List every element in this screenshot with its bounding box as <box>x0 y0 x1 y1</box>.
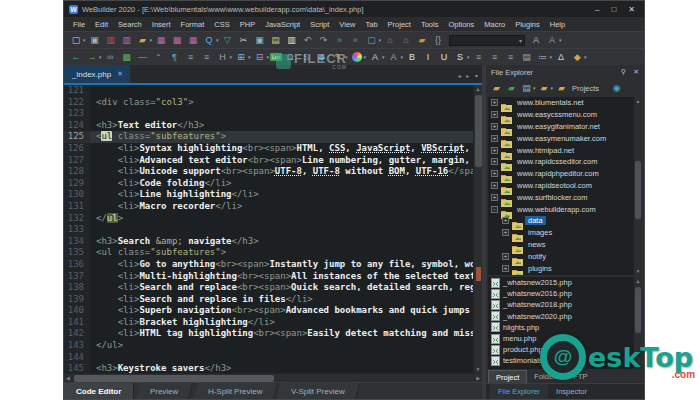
expand-icon[interactable]: + <box>491 111 498 118</box>
scroll-down-icon[interactable]: ▼ <box>474 365 482 373</box>
save-all-icon[interactable]: ▩ <box>170 34 184 47</box>
tree-item[interactable]: +www.easymenumaker.com <box>488 132 642 144</box>
brush-icon[interactable]: ✎ <box>331 51 345 64</box>
snippet-icon[interactable]: ▥ <box>285 34 299 47</box>
open-template-icon[interactable]: ▥ <box>120 34 134 47</box>
file-item[interactable]: _whatsnew2016.php <box>488 288 642 299</box>
find-usage-icon[interactable]: ⌂ <box>399 34 413 47</box>
script-icon[interactable]: S <box>299 51 313 64</box>
tree-item[interactable]: +notify <box>488 250 642 262</box>
decrease-font-icon-dropdown-icon[interactable]: ▾ <box>401 54 404 60</box>
comment-icon[interactable]: “ <box>152 51 166 64</box>
color-picker-icon-dropdown-icon[interactable]: ▾ <box>364 54 367 60</box>
code-line[interactable]: 134<h3>Search &amp; navigate</h3> <box>64 236 473 248</box>
tree-item[interactable]: +images <box>488 227 642 239</box>
list-style-icon-dropdown-icon[interactable]: ▾ <box>550 54 553 60</box>
code-line[interactable]: 124<h3>Text editor</h3> <box>64 120 473 132</box>
tree-item[interactable]: +www.blumentals.net <box>488 97 642 109</box>
save-icon[interactable]: ▦ <box>154 34 168 47</box>
tree-item[interactable]: +www.surfblocker.com <box>488 191 642 203</box>
menu-macro[interactable]: Macro <box>479 20 510 29</box>
menu-tab[interactable]: Tab <box>360 20 382 29</box>
view-tab-h-split-preview[interactable]: H-Split Preview <box>194 383 278 399</box>
code-line[interactable]: 123 <box>64 108 473 120</box>
editor-hscroll-thumb[interactable] <box>74 375 274 382</box>
code-line[interactable]: 129 <li>Code folding</li> <box>64 178 473 190</box>
tree-scroll-thumb[interactable] <box>635 161 641 219</box>
expand-icon[interactable]: + <box>491 158 498 165</box>
quick-search-combobox-arrow-icon[interactable]: ▾ <box>519 37 524 44</box>
strikethrough-icon[interactable]: S <box>453 51 467 64</box>
file-item[interactable]: product.php <box>488 344 642 355</box>
table-icon-dropdown-icon[interactable]: ▾ <box>248 54 251 60</box>
editor-vertical-scrollbar[interactable]: ▲ ▼ <box>473 85 482 373</box>
tab-scroll-arrows[interactable]: ◂ ▸ ▾ <box>458 72 480 79</box>
underline-icon[interactable]: U <box>437 51 451 64</box>
file-item[interactable]: testimonials.php <box>488 355 642 366</box>
color-picker-icon[interactable] <box>350 51 364 64</box>
menu-tools[interactable]: Tools <box>416 20 444 29</box>
validate-icon[interactable]: ▽ <box>221 34 235 47</box>
expand-icon[interactable]: + <box>502 229 509 236</box>
search-icon[interactable]: Q <box>202 34 216 47</box>
expand-icon[interactable]: + <box>491 135 498 142</box>
hyperlink-icon[interactable]: ∞ <box>104 51 118 64</box>
new-from-template-icon[interactable]: ▣ <box>88 34 102 47</box>
code-line[interactable]: 121 <box>64 85 473 97</box>
code-line[interactable]: 139 <li>Search and replace in files</li> <box>64 294 473 306</box>
file-item[interactable]: hlights.php <box>488 322 642 333</box>
expand-icon[interactable]: + <box>502 253 509 260</box>
scroll-right-icon[interactable]: ▶ <box>476 374 480 383</box>
menu-plugins[interactable]: Plugins <box>510 20 545 29</box>
projects-folder-icon[interactable]: ▰ <box>555 82 568 94</box>
increase-font-icon[interactable]: A <box>368 51 382 64</box>
menu-format[interactable]: Format <box>176 20 210 29</box>
expand-icon[interactable]: + <box>491 170 498 177</box>
file-item[interactable]: _whatsnew2020.php <box>488 311 642 322</box>
forward-icon[interactable]: → <box>85 51 99 64</box>
tree-item[interactable]: +www.easycssmenu.com <box>488 109 642 121</box>
menu-view[interactable]: View <box>334 20 360 29</box>
menu-insert[interactable]: Insert <box>147 20 176 29</box>
list-style-icon[interactable]: ≔ <box>536 51 550 64</box>
expand-icon[interactable]: + <box>491 99 498 106</box>
tree-scroll-down-icon[interactable]: ▼ <box>634 267 642 275</box>
code-line[interactable]: 137 <li>Multi-highlighting<br><span>All … <box>64 271 473 283</box>
collapse-icon[interactable]: - <box>491 206 498 213</box>
code-line[interactable]: 132</ul> <box>64 213 473 225</box>
code-line[interactable]: 144 <box>64 352 473 364</box>
search-icon-dropdown-icon[interactable]: ▾ <box>216 37 219 43</box>
expand-icon[interactable]: + <box>491 147 498 154</box>
code-line[interactable]: 140 <li>Superb navigation<br><span>Advan… <box>64 305 473 317</box>
sync-folder-icon[interactable]: ▰ <box>505 82 518 94</box>
tag-icon[interactable]: ◆ <box>315 51 329 64</box>
tree-item[interactable]: +www.rapidseotool.com <box>488 180 642 192</box>
code-editor[interactable]: 121122<div class="col3">123124<h3>Text e… <box>64 85 473 373</box>
code-line[interactable]: 131 <li>Macro recorder</li> <box>64 201 473 213</box>
find-symbol-icon[interactable]: ⌂ <box>383 34 397 47</box>
code-line[interactable]: 141 <li>Bracket highlighting</li> <box>64 317 473 329</box>
files-scrollbar[interactable]: ▲ <box>634 277 642 369</box>
lorem-ipsum-icon[interactable]: Lor <box>270 53 282 61</box>
maximize-button[interactable]: □ <box>611 5 616 14</box>
menu-edit[interactable]: Edit <box>90 20 113 29</box>
ordered-list-icon[interactable]: ≡ <box>200 51 214 64</box>
code-line[interactable]: 127 <li>Advanced text editor<br><span>Li… <box>64 155 473 167</box>
minimize-button[interactable]: – <box>595 5 599 14</box>
justify-icon[interactable]: ▤ <box>520 51 534 64</box>
menu-javascript[interactable]: JavaScript <box>260 20 305 29</box>
triangle-shape-icon[interactable]: Δ <box>554 51 568 64</box>
pilcrow-icon[interactable]: ¶ <box>168 51 182 64</box>
expand-icon[interactable]: + <box>491 182 498 189</box>
tree-item[interactable]: +www.easygifanimator.net <box>488 121 642 133</box>
tree-item[interactable]: +www.htmlpad.net <box>488 144 642 156</box>
tree-item[interactable]: +www.rapidcsseditor.com <box>488 156 642 168</box>
brackets-icon[interactable]: {} <box>431 34 445 47</box>
files-scroll-up-icon[interactable]: ▲ <box>634 277 642 285</box>
unordered-list-icon[interactable]: ≡ <box>184 51 198 64</box>
tab-close-icon[interactable]: ✕ <box>117 70 123 78</box>
open-folder-icon[interactable]: ▰ <box>136 34 150 47</box>
root-folder-icon[interactable]: ▰ <box>490 82 503 94</box>
diamond-shape-icon[interactable]: ◆ <box>570 51 584 64</box>
forward-icon-dropdown-icon[interactable]: ▾ <box>99 54 102 60</box>
